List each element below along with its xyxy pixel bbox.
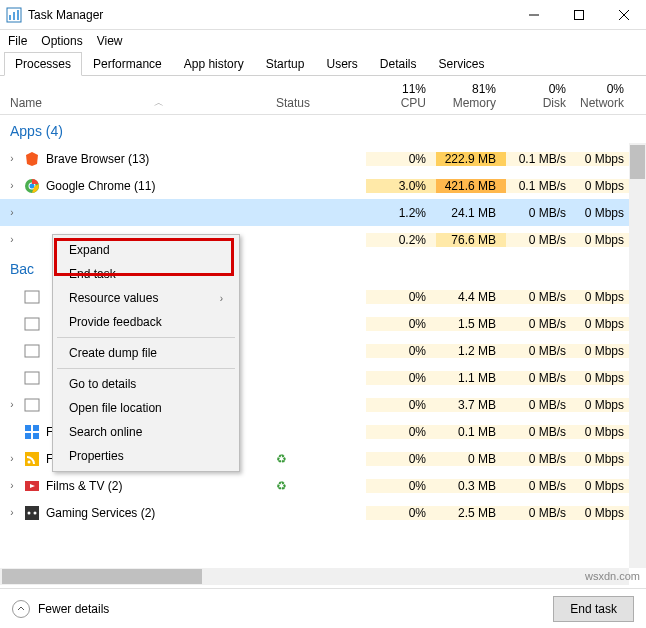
process-row[interactable]: › Brave Browser (13) 0% 222.9 MB 0.1 MB/… [0,145,646,172]
col-cpu-header[interactable]: 11% CPU [366,82,436,110]
close-button[interactable] [601,0,646,30]
svg-point-21 [28,460,31,463]
cpu-cell: 1.2% [366,206,436,220]
scrollbar-thumb[interactable] [630,145,645,179]
process-row[interactable]: ›Films & TV (2) ♻ 0% 0.3 MB 0 MB/s 0 Mbp… [0,472,646,499]
svg-rect-19 [33,433,39,439]
tab-startup[interactable]: Startup [255,52,316,76]
svg-rect-15 [25,399,39,411]
menu-options[interactable]: Options [41,34,82,48]
maximize-button[interactable] [556,0,601,30]
chevron-right-icon[interactable]: › [6,480,18,491]
brave-icon [24,151,40,167]
title-bar: Task Manager [0,0,646,30]
svg-rect-16 [25,425,31,431]
leaf-icon: ♻ [276,452,287,466]
memory-cell: 421.6 MB [436,179,506,193]
tab-performance[interactable]: Performance [82,52,173,76]
chevron-right-icon[interactable]: › [6,399,18,410]
svg-rect-11 [25,291,39,303]
svg-rect-1 [9,15,11,20]
disk-cell: 0.1 MB/s [506,152,576,166]
end-task-button[interactable]: End task [553,596,634,622]
svg-rect-17 [33,425,39,431]
svg-rect-24 [25,506,39,520]
process-row[interactable]: › 1.2% 24.1 MB 0 MB/s 0 Mbps [0,199,646,226]
feeds-icon [24,451,40,467]
minimize-button[interactable] [511,0,556,30]
fewer-details-toggle[interactable]: Fewer details [12,600,109,618]
menu-file[interactable]: File [8,34,27,48]
disk-cell: 0.1 MB/s [506,179,576,193]
generic-app-icon [24,343,40,359]
process-row[interactable]: › Google Chrome (11) 3.0% 421.6 MB 0.1 M… [0,172,646,199]
menu-open-file-location[interactable]: Open file location [55,396,237,420]
svg-rect-14 [25,372,39,384]
gaming-icon [24,505,40,521]
windows-icon [24,424,40,440]
generic-app-icon [24,370,40,386]
memory-cell: 24.1 MB [436,206,506,220]
horizontal-scrollbar[interactable] [0,568,629,585]
chevron-right-icon[interactable]: › [6,453,18,464]
window-title: Task Manager [28,8,103,22]
footer: Fewer details End task [0,588,646,628]
svg-rect-2 [13,12,15,20]
generic-app-icon [24,316,40,332]
menu-provide-feedback[interactable]: Provide feedback [55,310,237,334]
svg-rect-13 [25,345,39,357]
menu-separator [57,368,235,369]
disk-cell: 0 MB/s [506,206,576,220]
svg-rect-12 [25,318,39,330]
chevron-right-icon[interactable]: › [6,507,18,518]
tab-details[interactable]: Details [369,52,428,76]
col-memory-header[interactable]: 81% Memory [436,82,506,110]
col-status-header[interactable]: Status [276,96,366,110]
group-apps: Apps (4) [0,115,646,145]
process-name: Films & TV (2) [46,479,122,493]
process-name: Gaming Services (2) [46,506,155,520]
process-row[interactable]: ›Gaming Services (2) 0% 2.5 MB 0 MB/s 0 … [0,499,646,526]
menu-create-dump-file[interactable]: Create dump file [55,341,237,365]
col-name-header[interactable]: Name [10,96,42,110]
scrollbar-thumb[interactable] [2,569,202,584]
films-tv-icon [24,478,40,494]
tab-users[interactable]: Users [315,52,368,76]
menu-bar: File Options View [0,30,646,52]
svg-point-25 [28,511,31,514]
memory-cell: 76.6 MB [436,233,506,247]
tab-processes[interactable]: Processes [4,52,82,76]
tab-app-history[interactable]: App history [173,52,255,76]
leaf-icon: ♻ [276,479,287,493]
disk-cell: 0 MB/s [506,233,576,247]
column-headers: Name ︿ Status 11% CPU 81% Memory 0% Disk… [0,76,646,115]
tab-services[interactable]: Services [428,52,496,76]
chevron-right-icon[interactable]: › [6,234,18,245]
generic-app-icon [24,289,40,305]
chevron-right-icon: › [220,293,223,304]
menu-properties[interactable]: Properties [55,444,237,468]
menu-search-online[interactable]: Search online [55,420,237,444]
svg-rect-5 [574,10,583,19]
context-menu: Expand End task Resource values› Provide… [52,234,240,472]
menu-resource-values[interactable]: Resource values› [55,286,237,310]
svg-rect-3 [17,10,19,20]
chevron-right-icon[interactable]: › [6,153,18,164]
menu-view[interactable]: View [97,34,123,48]
sort-indicator-icon: ︿ [42,96,276,110]
col-disk-header[interactable]: 0% Disk [506,82,576,110]
menu-go-to-details[interactable]: Go to details [55,372,237,396]
app-icon [6,7,22,23]
chevron-up-icon [12,600,30,618]
chevron-right-icon[interactable]: › [6,207,18,218]
col-network-header[interactable]: 0% Network [576,82,646,110]
process-name: Google Chrome (11) [46,179,155,193]
menu-end-task[interactable]: End task [55,262,237,286]
vertical-scrollbar[interactable] [629,143,646,568]
chevron-right-icon[interactable]: › [6,180,18,191]
process-name: Brave Browser (13) [46,152,149,166]
chrome-icon [24,178,40,194]
menu-expand[interactable]: Expand [55,238,237,262]
memory-cell: 222.9 MB [436,152,506,166]
svg-point-26 [34,511,37,514]
